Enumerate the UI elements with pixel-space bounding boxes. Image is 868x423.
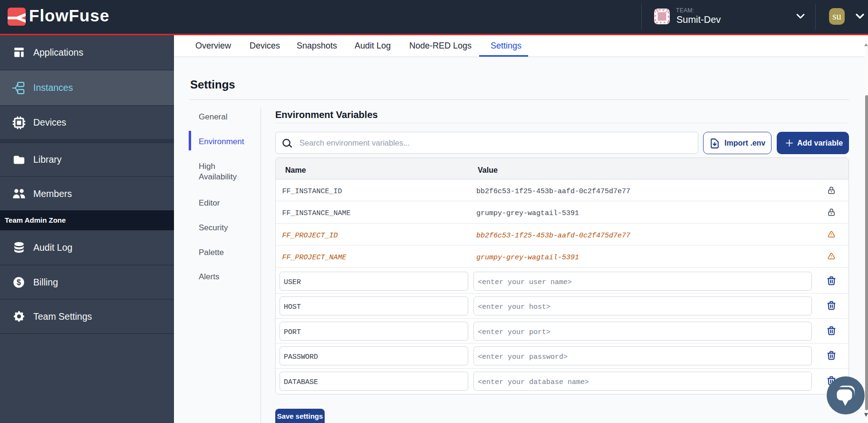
- svg-text:$: $: [17, 278, 21, 286]
